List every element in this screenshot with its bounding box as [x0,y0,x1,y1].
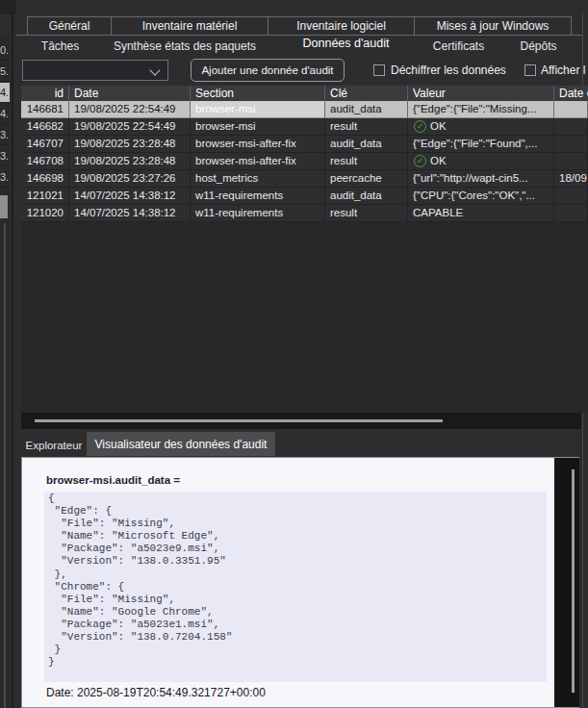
left-scrollbar-track[interactable] [4,223,6,708]
tab-depots[interactable]: Dépôts [501,37,575,56]
table-row[interactable]: 121021 14/07/2025 14:38:12 w11-requireme… [21,188,588,205]
cell-date2[interactable] [554,136,588,153]
display-checkbox[interactable] [524,64,536,76]
audit-data-table: 146681 19/08/2025 22:54:49 browser-msi a… [21,101,588,413]
column-header-date[interactable]: Date [69,86,191,101]
table-row[interactable]: 146708 19/08/2025 23:28:48 browser-msi-a… [21,153,588,170]
column-header-date2[interactable]: Date c [554,86,588,101]
cell-valeur-text: {"Edge":{"File":"Found",... [413,136,537,152]
cell-id[interactable]: 146708 [21,153,69,170]
column-header-section[interactable]: Section [191,86,325,101]
cell-cle[interactable]: audit_data [325,188,408,205]
cell-date2[interactable] [554,153,588,170]
cell-valeur[interactable]: CAPABLE [408,205,554,222]
cell-date[interactable]: 19/08/2025 22:54:49 [69,118,191,136]
list-item[interactable]: 3.. [0,167,10,188]
column-header-valeur[interactable]: Valeur [408,86,554,101]
audit-filter-combobox[interactable] [22,60,168,81]
display-label[interactable]: Afficher l [541,63,585,77]
ok-check-icon: ✓ [414,120,426,133]
ok-check-icon: ✓ [414,155,426,167]
column-header-id[interactable]: id [21,86,69,101]
tab-inventaire-logiciel[interactable]: Inventaire logiciel [268,16,415,35]
cell-valeur-text: OK [430,118,447,135]
tab-visualisateur-donnees-audit[interactable]: Visualisateur des données d'audit [87,432,275,456]
cell-date[interactable]: 19/08/2025 23:27:26 [69,170,191,188]
cell-cle[interactable]: peercache [325,170,408,188]
cell-section[interactable]: browser-msi-after-fix [191,136,325,153]
tab-taches[interactable]: Tâches [27,37,93,56]
table-row-selected[interactable]: 146681 19/08/2025 22:54:49 browser-msi a… [21,101,588,118]
decrypt-data-checkbox[interactable] [373,64,385,76]
viewer-title: browser-msi.audit_data = [46,474,180,486]
cell-valeur[interactable]: ✓OK [408,153,554,170]
tab-donnees-audit[interactable]: Données d'audit [276,34,416,53]
decrypt-data-label[interactable]: Déchiffrer les données [391,63,506,77]
cell-date2[interactable] [554,205,588,222]
cell-date[interactable]: 19/08/2025 23:28:48 [69,136,191,153]
table-row[interactable]: 146698 19/08/2025 23:27:26 host_metrics … [21,170,588,188]
cell-cle[interactable]: result [325,153,408,170]
list-item[interactable]: 4.. [0,104,10,124]
horizontal-scrollbar-track[interactable] [21,413,581,429]
list-item[interactable]: 0.. [0,40,10,61]
add-audit-data-button[interactable]: Ajouter une donnée d'audit [191,59,345,82]
cell-id[interactable]: 121021 [21,188,69,205]
tab-certificats[interactable]: Certificats [416,37,501,56]
tab-bar-top: Général Inventaire matériel Inventaire l… [27,16,572,35]
cell-section[interactable]: w11-requirements [191,188,325,205]
vertical-scrollbar-track[interactable] [554,458,579,707]
cell-section-focused[interactable]: browser-msi [191,101,325,118]
left-hosts-strip: 0.. 5.. 4.. 4.. 3.. 3.. 3.. [0,35,10,708]
table-row[interactable]: 146707 19/08/2025 23:28:48 browser-msi-a… [21,136,588,153]
panel-splitter[interactable] [12,13,13,708]
cell-valeur-text: OK [430,153,447,169]
cell-date[interactable]: 19/08/2025 23:28:48 [69,153,191,170]
table-row[interactable]: 146682 19/08/2025 22:54:49 browser-msi r… [21,118,588,136]
cell-date2[interactable] [554,188,588,205]
list-item[interactable]: 5.. [0,62,10,82]
cell-valeur[interactable]: {"url":"http://wapt-cin5... [408,170,554,188]
cell-section[interactable]: host_metrics [191,170,325,188]
cell-cle[interactable]: audit_data [325,136,408,153]
cell-valeur[interactable]: {"Edge":{"File":"Found",... [408,136,554,153]
left-scrollbar-thumb[interactable] [0,195,8,218]
cell-date[interactable]: 19/08/2025 22:54:49 [69,101,191,118]
cell-section[interactable]: browser-msi-after-fix [191,153,325,170]
tab-mises-a-jour-windows[interactable]: Mises à jour Windows [414,16,572,35]
list-item[interactable]: 3.. [0,125,10,145]
tab-bar-second: Tâches Synthèse états des paquets Donnée… [27,37,575,56]
column-header-cle[interactable]: Clé [325,86,408,101]
wapt-console-window: 0.. 5.. 4.. 4.. 3.. 3.. 3.. Général Inve… [0,0,588,708]
tab-inventaire-materiel[interactable]: Inventaire matériel [111,16,268,35]
cell-valeur[interactable]: {"Edge":{"File":"Missing... [408,101,554,118]
cell-cle[interactable]: result [325,118,408,136]
tab-explorateur[interactable]: Explorateur [21,435,87,456]
cell-id[interactable]: 146682 [21,118,69,136]
cell-date2[interactable] [554,101,588,118]
cell-cle[interactable]: result [325,205,408,222]
cell-valeur[interactable]: {"CPU":{"Cores":"OK","... [408,188,554,205]
cell-id[interactable]: 146681 [21,101,69,118]
corner-filler [0,0,16,14]
list-item[interactable]: 3.. [0,146,10,166]
tab-synthese-paquets[interactable]: Synthèse états des paquets [93,37,276,56]
table-header: id Date Section Clé Valeur Date c [21,86,588,101]
cell-id[interactable]: 146698 [21,170,69,188]
list-item-selected[interactable]: 4.. [0,83,10,103]
cell-date[interactable]: 14/07/2025 14:38:12 [69,205,191,222]
cell-date[interactable]: 14/07/2025 14:38:12 [69,188,191,205]
cell-section[interactable]: w11-requirements [191,205,325,222]
cell-id[interactable]: 121020 [21,205,69,222]
cell-date2[interactable] [554,118,588,136]
cell-valeur-text: {"CPU":{"Cores":"OK","... [413,188,535,204]
tab-general[interactable]: Général [27,16,112,35]
cell-valeur[interactable]: ✓OK [408,118,554,136]
table-row[interactable]: 121020 14/07/2025 14:38:12 w11-requireme… [21,205,588,222]
horizontal-scrollbar-thumb[interactable] [35,419,443,422]
vertical-scrollbar-thumb[interactable] [572,469,575,693]
cell-id[interactable]: 146707 [21,136,69,153]
cell-cle[interactable]: audit_data [325,101,408,118]
cell-section[interactable]: browser-msi [191,118,325,136]
cell-date2[interactable]: 18/09 [554,170,588,188]
